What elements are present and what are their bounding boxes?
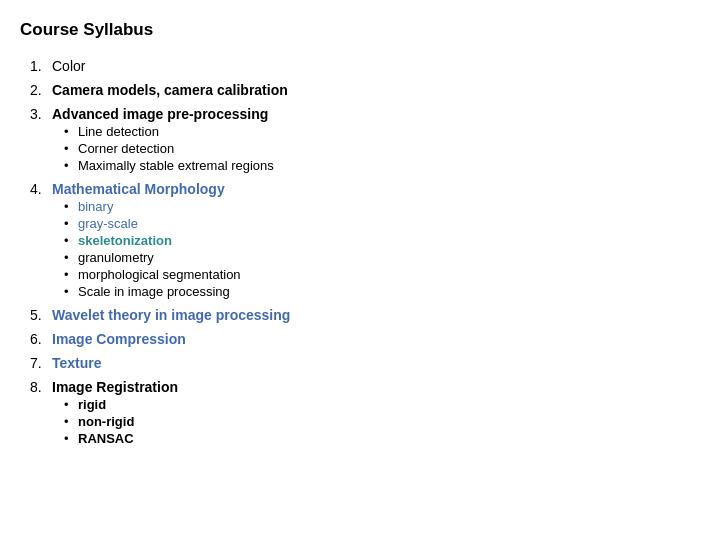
item-number-4: 4 (30, 181, 52, 197)
sub-item-text: granulometry (78, 250, 154, 265)
item-number-8: 8 (30, 379, 52, 395)
bullet-icon: • (64, 284, 78, 299)
list-item-2: 2Camera models, camera calibration (30, 82, 700, 100)
list-item-3: 3Advanced image pre-processing•Line dete… (30, 106, 700, 175)
item-label-6: Image Compression (52, 331, 700, 347)
item-number-7: 7 (30, 355, 52, 371)
item-label-4: Mathematical Morphology (52, 181, 700, 197)
sub-item-text: Corner detection (78, 141, 174, 156)
list-item: •RANSAC (64, 431, 700, 446)
list-item-6: 6Image Compression (30, 331, 700, 349)
item-content-6: Image Compression (52, 331, 700, 349)
list-item: •Scale in image processing (64, 284, 700, 299)
item-number-2: 2 (30, 82, 52, 98)
sub-item-text: Line detection (78, 124, 159, 139)
list-item-7: 7Texture (30, 355, 700, 373)
item-label-8: Image Registration (52, 379, 700, 395)
item-label-2: Camera models, camera calibration (52, 82, 700, 98)
bullet-icon: • (64, 431, 78, 446)
sub-list-4: •binary•gray-scale•skeletonization•granu… (52, 199, 700, 299)
item-label-7: Texture (52, 355, 700, 371)
bullet-icon: • (64, 414, 78, 429)
item-content-7: Texture (52, 355, 700, 373)
bullet-icon: • (64, 267, 78, 282)
list-item-4: 4Mathematical Morphology•binary•gray-sca… (30, 181, 700, 301)
bullet-icon: • (64, 397, 78, 412)
item-label-1: Color (52, 58, 700, 74)
list-item: •non-rigid (64, 414, 700, 429)
item-label-5: Wavelet theory in image processing (52, 307, 700, 323)
sub-item-text: non-rigid (78, 414, 134, 429)
bullet-icon: • (64, 158, 78, 173)
page-title: Course Syllabus (20, 20, 700, 40)
sub-item-text: Maximally stable extremal regions (78, 158, 274, 173)
bullet-icon: • (64, 199, 78, 214)
list-item: •gray-scale (64, 216, 700, 231)
bullet-icon: • (64, 233, 78, 248)
sub-item-text: Scale in image processing (78, 284, 230, 299)
list-item: •Maximally stable extremal regions (64, 158, 700, 173)
list-item: •granulometry (64, 250, 700, 265)
course-list: 1Color2Camera models, camera calibration… (20, 58, 700, 448)
item-content-1: Color (52, 58, 700, 76)
sub-item-text: binary (78, 199, 113, 214)
item-content-3: Advanced image pre-processing•Line detec… (52, 106, 700, 175)
item-number-6: 6 (30, 331, 52, 347)
item-content-8: Image Registration•rigid•non-rigid•RANSA… (52, 379, 700, 448)
list-item: •morphological segmentation (64, 267, 700, 282)
list-item-8: 8Image Registration•rigid•non-rigid•RANS… (30, 379, 700, 448)
bullet-icon: • (64, 250, 78, 265)
item-content-2: Camera models, camera calibration (52, 82, 700, 100)
sub-item-text: RANSAC (78, 431, 134, 446)
list-item: •binary (64, 199, 700, 214)
list-item-5: 5Wavelet theory in image processing (30, 307, 700, 325)
bullet-icon: • (64, 216, 78, 231)
item-number-3: 3 (30, 106, 52, 122)
list-item-1: 1Color (30, 58, 700, 76)
item-content-4: Mathematical Morphology•binary•gray-scal… (52, 181, 700, 301)
list-item: •skeletonization (64, 233, 700, 248)
list-item: •Line detection (64, 124, 700, 139)
sub-list-8: •rigid•non-rigid•RANSAC (52, 397, 700, 446)
sub-item-text: gray-scale (78, 216, 138, 231)
list-item: •rigid (64, 397, 700, 412)
item-label-3: Advanced image pre-processing (52, 106, 700, 122)
item-number-1: 1 (30, 58, 52, 74)
item-number-5: 5 (30, 307, 52, 323)
sub-item-text: rigid (78, 397, 106, 412)
list-item: •Corner detection (64, 141, 700, 156)
sub-item-text: morphological segmentation (78, 267, 241, 282)
sub-list-3: •Line detection•Corner detection•Maximal… (52, 124, 700, 173)
item-content-5: Wavelet theory in image processing (52, 307, 700, 325)
bullet-icon: • (64, 141, 78, 156)
bullet-icon: • (64, 124, 78, 139)
sub-item-text: skeletonization (78, 233, 172, 248)
